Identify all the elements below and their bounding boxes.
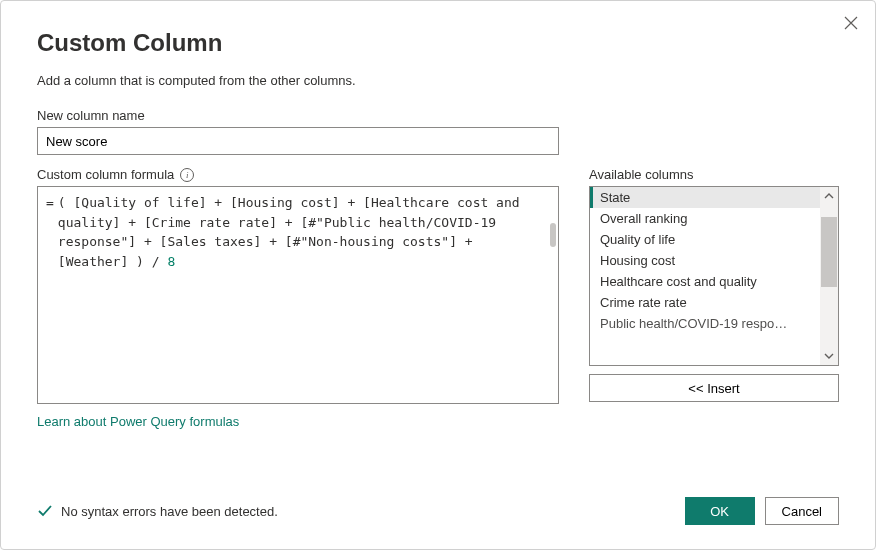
list-item[interactable]: Public health/COVID-19 respo… (590, 313, 838, 334)
scrollbar-thumb[interactable] (821, 217, 837, 287)
learn-link[interactable]: Learn about Power Query formulas (37, 414, 239, 429)
chevron-up-icon[interactable] (824, 191, 834, 201)
formula-label-text: Custom column formula (37, 167, 174, 182)
chevron-down-icon[interactable] (824, 351, 834, 361)
ok-button[interactable]: OK (685, 497, 755, 525)
checkmark-icon (37, 503, 53, 519)
list-item[interactable]: Housing cost (590, 250, 838, 271)
formula-equals: = (46, 193, 58, 271)
new-column-name-input[interactable] (37, 127, 559, 155)
new-column-name-label: New column name (37, 108, 839, 123)
dialog-footer: No syntax errors have been detected. OK … (37, 497, 839, 525)
list-item[interactable]: Quality of life (590, 229, 838, 250)
insert-button[interactable]: << Insert (589, 374, 839, 402)
available-scrollbar[interactable] (820, 187, 838, 365)
formula-label: Custom column formula i (37, 167, 559, 182)
available-columns-list: State Overall ranking Quality of life Ho… (589, 186, 839, 366)
cancel-button[interactable]: Cancel (765, 497, 839, 525)
status-text: No syntax errors have been detected. (61, 504, 278, 519)
list-item[interactable]: Crime rate rate (590, 292, 838, 313)
formula-editor[interactable]: = ( [Quality of life] + [Housing cost] +… (37, 186, 559, 404)
list-item[interactable]: Healthcare cost and quality (590, 271, 838, 292)
custom-column-dialog: Custom Column Add a column that is compu… (0, 0, 876, 550)
list-item[interactable]: State (590, 187, 838, 208)
formula-scrollbar-thumb[interactable] (550, 223, 556, 247)
info-icon[interactable]: i (180, 168, 194, 182)
dialog-subtitle: Add a column that is computed from the o… (37, 73, 839, 88)
list-item[interactable]: Overall ranking (590, 208, 838, 229)
formula-body: ( [Quality of life] + [Housing cost] + [… (58, 193, 550, 271)
status-bar: No syntax errors have been detected. (37, 503, 278, 519)
available-columns-label: Available columns (589, 167, 839, 182)
close-icon[interactable] (843, 15, 859, 31)
dialog-title: Custom Column (37, 29, 839, 57)
